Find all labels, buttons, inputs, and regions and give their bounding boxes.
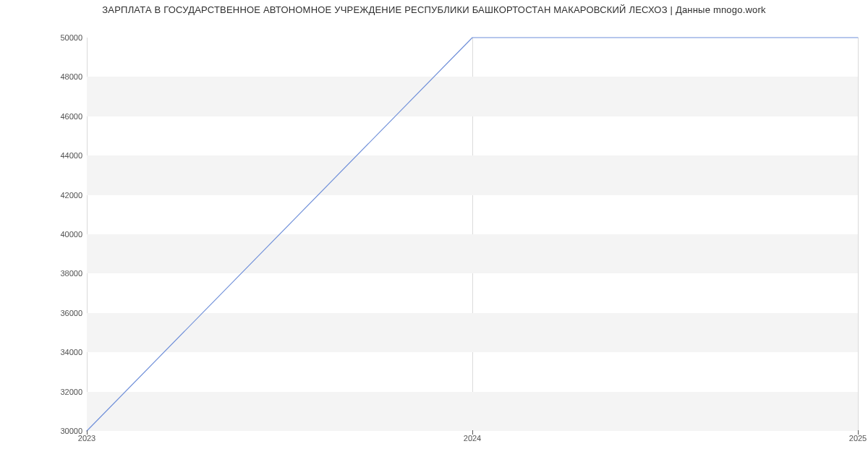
y-tick-label: 36000 xyxy=(39,309,82,317)
y-tick-label: 32000 xyxy=(39,388,82,396)
y-tick-label: 48000 xyxy=(39,72,82,81)
x-grid-line xyxy=(858,38,859,430)
y-tick-label: 50000 xyxy=(39,33,82,42)
y-tick-label: 30000 xyxy=(39,427,82,435)
y-tick-label: 38000 xyxy=(39,269,82,278)
y-tick-label: 44000 xyxy=(39,151,82,160)
y-tick-label: 34000 xyxy=(39,348,82,356)
x-tick-label: 2024 xyxy=(464,434,481,443)
y-tick-label: 42000 xyxy=(39,191,82,200)
chart-title: ЗАРПЛАТА В ГОСУДАРСТВЕННОЕ АВТОНОМНОЕ УЧ… xyxy=(0,4,868,15)
x-tick-label: 2025 xyxy=(849,434,867,443)
x-tick-label: 2023 xyxy=(78,434,95,443)
y-tick-label: 46000 xyxy=(39,112,82,121)
line-series xyxy=(87,38,858,430)
chart-container: ЗАРПЛАТА В ГОСУДАРСТВЕННОЕ АВТОНОМНОЕ УЧ… xyxy=(0,0,868,470)
plot-area xyxy=(87,38,858,431)
series-line xyxy=(87,38,858,431)
y-tick-label: 40000 xyxy=(39,230,82,239)
